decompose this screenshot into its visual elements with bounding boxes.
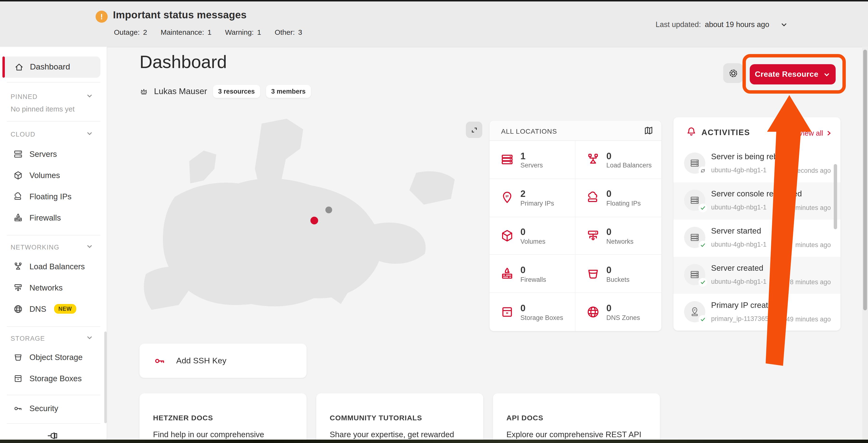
storage-box-icon <box>13 374 23 383</box>
activity-time: seconds ago <box>794 167 831 174</box>
card-title: HETZNER DOCS <box>153 414 213 422</box>
svg-text:IP: IP <box>694 309 696 311</box>
bell-icon <box>686 126 696 137</box>
stat-floating-ips[interactable]: 0Floating IPs <box>576 179 661 217</box>
card-body: Share your expertise, get rewarded <box>330 430 454 439</box>
last-updated-label: Last updated: <box>656 20 701 29</box>
hetzner-docs-card[interactable]: HETZNER DOCS Find help in our comprehens… <box>140 393 307 443</box>
sidebar-item-object-storage[interactable]: Object Storage <box>0 348 107 366</box>
members-badge: 3 members <box>266 85 311 98</box>
api-docs-card[interactable]: API DOCS Explore our comprehensive REST … <box>493 393 660 443</box>
sidebar-item-firewalls[interactable]: Firewalls <box>0 209 107 226</box>
add-ssh-key-button[interactable]: Add SSH Key <box>140 344 307 378</box>
sidebar-scrollbar-thumb[interactable] <box>104 331 107 423</box>
card-body: Find help in our comprehensive <box>153 430 264 439</box>
stat-label: Load Balancers <box>606 162 652 169</box>
chevron-down-icon[interactable] <box>86 130 93 137</box>
sidebar-item-security[interactable]: Security <box>0 400 107 417</box>
sidebar-item-label: Floating IPs <box>29 192 71 201</box>
activities-scrollbar-thumb[interactable] <box>834 164 837 229</box>
sidebar-item-label: Load Balancers <box>29 262 85 271</box>
volume-cube-icon <box>501 229 514 242</box>
sidebar-item-dns[interactable]: DNS NEW <box>0 300 107 318</box>
divider <box>7 423 100 424</box>
stat-value: 0 <box>520 264 546 276</box>
home-icon <box>14 63 24 72</box>
map-icon[interactable] <box>644 125 654 136</box>
sync-status-icon <box>699 166 707 175</box>
status-bar-title: Important status messages <box>113 9 247 21</box>
sidebar-item-label: Volumes <box>29 170 60 180</box>
sidebar-item-dashboard[interactable]: Dashboard <box>2 57 100 78</box>
activity-resource: ubuntu-4gb-nbg1-1 <box>711 241 767 248</box>
stat-firewalls[interactable]: 0Firewalls <box>490 255 576 293</box>
gear-icon <box>728 68 738 78</box>
card-title: API DOCS <box>506 414 544 422</box>
chevron-down-icon[interactable] <box>86 334 93 341</box>
map-expand-button[interactable] <box>466 122 482 138</box>
page-scrollbar-track[interactable] <box>862 47 868 443</box>
activity-time: minutes ago <box>795 241 831 249</box>
svg-text:IP: IP <box>506 194 509 198</box>
stat-dns-zones[interactable]: 0DNS Zones <box>576 293 661 331</box>
chevron-down-icon <box>780 21 787 29</box>
community-tutorials-card[interactable]: COMMUNITY TUTORIALS Share your expertise… <box>316 393 483 443</box>
status-count-value: 3 <box>298 28 302 36</box>
network-icon <box>13 283 23 292</box>
last-updated-value: about 19 hours ago <box>705 20 769 29</box>
sidebar-item-storage-boxes[interactable]: Storage Boxes <box>0 370 107 387</box>
stat-label: Storage Boxes <box>520 314 563 321</box>
activity-resource: ubuntu-4gb-nbg1-1 <box>711 203 767 211</box>
stat-servers[interactable]: 1Servers <box>490 141 576 179</box>
volume-cube-icon <box>13 170 23 180</box>
stat-buckets[interactable]: 0Buckets <box>576 255 661 293</box>
network-icon <box>587 229 599 242</box>
add-ssh-key-label: Add SSH Key <box>176 356 226 366</box>
stat-primary-ips[interactable]: IP 2Primary IPs <box>490 179 576 217</box>
location-dot-secondary[interactable] <box>326 207 332 213</box>
stat-label: Primary IPs <box>520 200 554 207</box>
servers-icon <box>501 153 514 166</box>
sidebar-item-label: Firewalls <box>29 213 61 222</box>
europe-map <box>117 115 489 337</box>
stat-value: 0 <box>606 226 633 238</box>
stat-load-balancers[interactable]: 0Load Balancers <box>576 141 661 179</box>
chevron-down-icon[interactable] <box>86 92 93 99</box>
bucket-icon <box>587 267 599 280</box>
sidebar-section-cloud: CLOUD <box>11 131 35 138</box>
activity-item[interactable]: Server is being rebuilt ubuntu-4gb-nbg1-… <box>674 145 840 182</box>
activity-item[interactable]: Server created ubuntu-4gb-nbg1-1 8 minut… <box>674 257 840 294</box>
stat-label: Floating IPs <box>606 200 641 207</box>
activities-view-all-link[interactable]: View all <box>798 129 832 137</box>
chevron-down-icon[interactable] <box>86 243 93 250</box>
page-scrollbar-thumb[interactable] <box>863 50 867 310</box>
project-owner-name: Lukas Mauser <box>154 86 207 96</box>
stat-storage-boxes[interactable]: 0Storage Boxes <box>490 293 576 331</box>
sidebar-item-volumes[interactable]: Volumes <box>0 166 107 184</box>
key-icon <box>13 404 23 413</box>
activity-item[interactable]: Server console requested ubuntu-4gb-nbg1… <box>674 182 840 220</box>
sidebar-section-networking: NETWORKING <box>11 244 59 251</box>
check-status-icon <box>699 203 707 212</box>
activity-item[interactable]: Server started ubuntu-4gb-nbg1-1 minutes… <box>674 220 840 257</box>
stat-label: Volumes <box>520 238 546 245</box>
activity-item[interactable]: IP Primary IP created primary_ip-1137365… <box>674 294 840 330</box>
crown-icon <box>140 87 148 96</box>
sidebar-item-servers[interactable]: Servers <box>0 145 107 163</box>
sidebar-item-load-balancers[interactable]: Load Balancers <box>0 258 107 275</box>
stat-networks[interactable]: 0Networks <box>576 217 661 255</box>
stat-value: 1 <box>520 150 543 162</box>
sidebar-item-floating-ips[interactable]: Floating IPs <box>0 188 107 205</box>
annotation-highlight-rect <box>742 54 846 94</box>
load-balancer-icon <box>587 153 599 166</box>
location-dot-primary[interactable] <box>310 217 318 224</box>
stat-volumes[interactable]: 0Volumes <box>490 217 576 255</box>
floating-ip-icon <box>13 192 23 201</box>
pinned-empty-text: No pinned items yet <box>11 105 74 113</box>
status-count-value: 1 <box>257 28 261 36</box>
sidebar-item-networks[interactable]: Networks <box>0 279 107 296</box>
divider <box>7 395 100 395</box>
project-settings-button[interactable] <box>723 63 743 83</box>
firewall-icon <box>13 213 23 222</box>
last-updated-toggle[interactable]: Last updated: about 19 hours ago <box>656 20 787 29</box>
